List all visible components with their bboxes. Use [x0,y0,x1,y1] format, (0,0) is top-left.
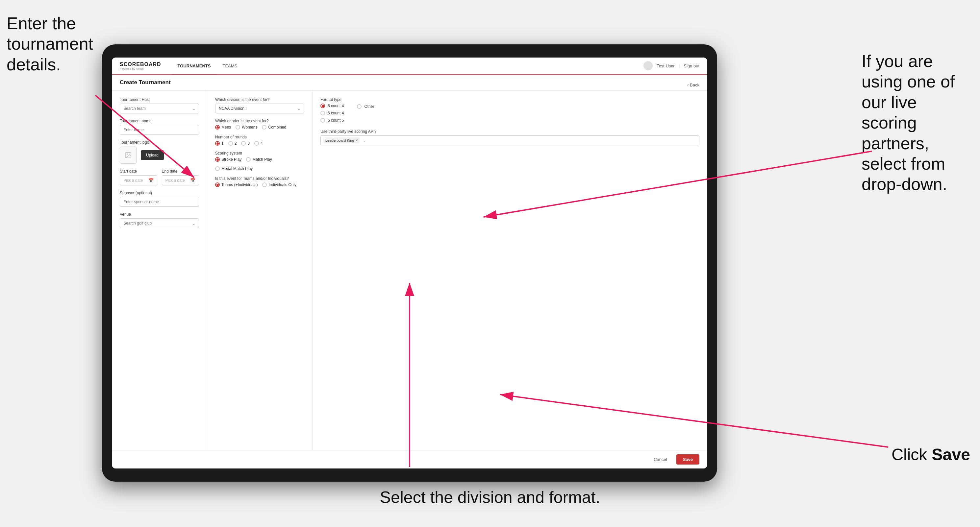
scoring-medal-radio[interactable] [215,167,220,171]
format-5count4-radio[interactable] [320,103,325,108]
gender-mens-label: Mens [221,125,231,130]
svg-point-1 [127,154,128,154]
format-6count4-label: 6 count 4 [328,111,344,115]
teams-individuals-label: Individuals Only [269,183,296,187]
rounds-4-radio[interactable] [254,141,259,146]
format-5count4-label: 5 count 4 [328,103,344,108]
form-body: Tournament Host Tournament name Tourname… [112,91,707,468]
format-6count4[interactable]: 6 count 4 [320,111,344,115]
rounds-2-radio[interactable] [228,141,233,146]
form-area: Tournament Host Tournament name Tourname… [112,91,707,450]
tournament-host-group: Tournament Host [120,97,199,113]
scoring-radio-group: Stroke Play Match Play Medal Match Play [215,157,304,171]
gender-radio-group: Mens Womens Combined [215,125,304,130]
date-row: Start date Pick a date 📅 End date Pick a… [120,169,199,186]
format-6count4-radio[interactable] [320,111,325,115]
scoring-stroke[interactable]: Stroke Play [215,157,242,162]
teams-individuals[interactable]: Individuals Only [262,183,296,187]
format-row: 5 count 4 6 count 4 6 count 5 [320,103,699,123]
start-date-label: Start date [120,169,157,174]
user-name: Test User [657,63,675,68]
gender-mens[interactable]: Mens [215,125,231,130]
venue-input[interactable] [120,218,199,228]
gender-label: Which gender is the event for? [215,119,304,123]
gender-mens-radio[interactable] [215,125,220,130]
sponsor-input[interactable] [120,197,199,207]
rounds-2-label: 2 [235,141,237,146]
gender-womens-radio[interactable] [235,125,240,130]
teams-label: Is this event for Teams and/or Individua… [215,176,304,181]
scoring-match-radio[interactable] [246,157,251,162]
tournament-host-select-wrapper [120,103,199,113]
separator: | [679,63,680,68]
form-col-middle: Which division is the event for? NCAA Di… [207,91,312,450]
scoring-match[interactable]: Match Play [246,157,272,162]
teams-individuals-radio[interactable] [262,183,267,187]
tournament-name-group: Tournament name [120,119,199,135]
format-6count5-label: 6 count 5 [328,118,344,123]
gender-group: Which gender is the event for? Mens Wome… [215,119,304,130]
format-other-radio[interactable] [357,104,361,109]
rounds-label: Number of rounds [215,135,304,140]
format-group: Format type 5 count 4 6 count 4 [320,97,699,123]
division-select-wrapper: NCAA Division I NCAA Division II NCAA Di… [215,103,304,113]
end-date-input[interactable]: Pick a date 📅 [162,175,199,186]
end-date-placeholder: Pick a date [165,178,185,183]
start-date-input[interactable]: Pick a date 📅 [120,175,157,186]
calendar-icon-2: 📅 [190,178,196,183]
venue-label: Venue [120,212,199,217]
teams-teams[interactable]: Teams (+Individuals) [215,183,258,187]
format-checkbox-group: 5 count 4 6 count 4 6 count 5 [320,103,344,123]
format-other[interactable]: Other [357,104,374,109]
tournament-host-input[interactable] [120,103,199,113]
rounds-radio-group: 1 2 3 4 [215,141,304,146]
gender-combined[interactable]: Combined [262,125,286,130]
tournament-logo-group: Tournament logo Upload [120,140,199,164]
logo-placeholder [120,147,137,164]
format-other-label: Other [364,104,374,109]
rounds-1-radio[interactable] [215,141,220,146]
gender-womens[interactable]: Womens [235,125,257,130]
rounds-3[interactable]: 3 [241,141,250,146]
tournament-name-input[interactable] [120,125,199,135]
form-col-left: Tournament Host Tournament name Tourname… [112,91,207,450]
live-scoring-tag-input[interactable]: Leaderboard King × ⌄ [320,135,699,145]
live-scoring-group: Use third-party live scoring API? Leader… [320,129,699,145]
rounds-1[interactable]: 1 [215,141,224,146]
format-6count5-radio[interactable] [320,118,325,123]
sign-out-link[interactable]: Sign out [684,63,699,68]
click-save-pre: Click [891,446,932,464]
save-button[interactable]: Save [676,454,699,465]
dates-group: Start date Pick a date 📅 End date Pick a… [120,169,199,186]
nav-link-tournaments[interactable]: TOURNAMENTS [172,57,217,75]
rounds-4[interactable]: 4 [254,141,263,146]
live-scoring-tag-remove[interactable]: × [355,138,358,143]
tag-input-caret: ⌄ [363,138,366,143]
teams-group: Is this event for Teams and/or Individua… [215,176,304,187]
tablet-device: SCOREBOARD Powered by Clippi TOURNAMENTS… [102,44,717,482]
rounds-group: Number of rounds 1 2 [215,135,304,146]
division-label: Which division is the event for? [215,97,304,102]
annotation-bottom-center: Select the division and format. [380,487,600,507]
cancel-button[interactable]: Cancel [648,454,672,465]
gender-combined-radio[interactable] [262,125,266,130]
annotation-top-left: Enter the tournament details. [6,13,99,75]
navbar: SCOREBOARD Powered by Clippi TOURNAMENTS… [112,57,707,75]
upload-button[interactable]: Upload [141,150,164,160]
format-6count5[interactable]: 6 count 5 [320,118,344,123]
scoring-match-label: Match Play [252,157,272,162]
teams-teams-radio[interactable] [215,183,220,187]
rounds-2[interactable]: 2 [228,141,237,146]
scoring-stroke-label: Stroke Play [221,157,242,162]
scoring-group: Scoring system Stroke Play Match Play [215,151,304,171]
gender-combined-label: Combined [268,125,286,130]
format-5count4[interactable]: 5 count 4 [320,103,344,108]
back-link[interactable]: ‹ Back [687,83,699,87]
scoring-medal[interactable]: Medal Match Play [215,167,253,171]
scoring-stroke-radio[interactable] [215,157,220,162]
end-date-group: End date Pick a date 📅 [162,169,199,186]
brand-logo: SCOREBOARD Powered by Clippi [120,62,161,70]
division-select[interactable]: NCAA Division I NCAA Division II NCAA Di… [215,103,304,113]
nav-link-teams[interactable]: TEAMS [216,57,243,75]
rounds-3-radio[interactable] [241,141,246,146]
